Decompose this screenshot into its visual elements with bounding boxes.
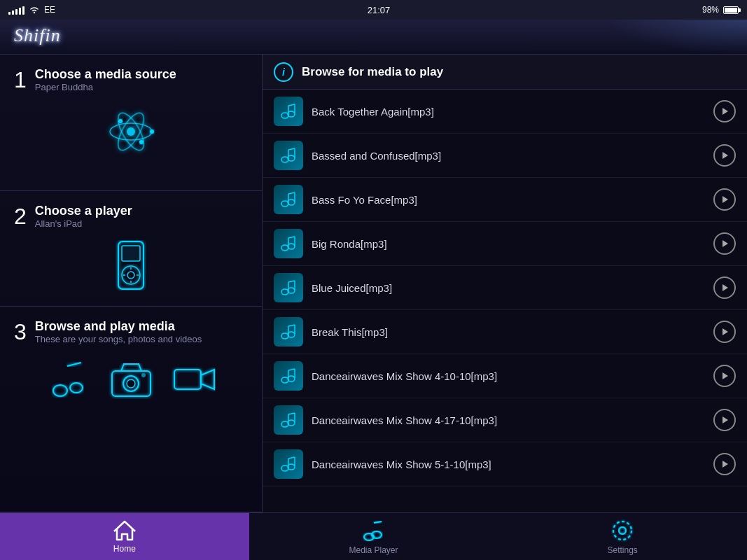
song-item[interactable]: Danceairwaves Mix Show 5-1-10[mp3] [263,442,747,486]
song-thumb [274,273,303,302]
step-2-header: 2 Choose a player Allan's iPad [14,204,132,229]
song-item[interactable]: Danceairwaves Mix Show 4-10-10[mp3] [263,354,747,398]
svg-line-47 [288,237,295,238]
play-icon [720,459,729,469]
right-panel: i Browse for media to play Back Together… [263,55,747,512]
nav-media-player[interactable]: Media Player [249,513,498,560]
main-layout: 1 Choose a media source Paper Buddha [0,55,747,512]
play-button[interactable] [713,232,736,255]
ipod-icon [113,240,149,290]
settings-icon [610,519,634,542]
music-note-small [281,368,296,384]
svg-marker-56 [722,284,728,291]
step-2-section[interactable]: 2 Choose a player Allan's iPad [0,191,262,307]
music-note-icon [46,356,92,401]
play-button[interactable] [713,188,736,211]
play-icon [720,283,729,293]
camera-icon [109,356,154,401]
svg-point-23 [127,379,135,388]
app-logo: Shifin [11,22,74,52]
play-icon [720,106,729,116]
svg-point-1 [127,127,135,136]
status-bar: EE 21:07 98% [0,0,747,20]
nav-home[interactable]: Home [0,513,249,560]
music-note-small [281,104,296,119]
svg-line-65 [288,369,295,370]
step-3-info: Browse and play media These are your son… [35,319,202,344]
svg-line-77 [288,457,295,458]
song-item[interactable]: Break This[mp3] [263,310,747,354]
step-1-title: Choose a media source [35,67,176,82]
play-icon [720,239,729,248]
song-thumb [274,97,303,126]
play-button[interactable] [713,365,736,387]
clock: 21:07 [368,5,391,15]
svg-line-29 [288,104,295,106]
svg-point-16 [53,385,67,396]
song-list: Back Together Again[mp3] [263,90,747,512]
play-button[interactable] [713,409,736,431]
play-button[interactable] [713,453,736,475]
svg-marker-74 [722,416,728,424]
play-button[interactable] [713,144,736,167]
svg-point-87 [613,522,631,540]
song-thumb [274,141,303,170]
music-note-small [281,148,296,163]
music-note-small [281,236,296,251]
svg-line-35 [288,148,295,150]
svg-point-6 [118,119,123,123]
svg-point-5 [150,130,154,134]
song-item[interactable]: Danceairwaves Mix Show 4-17-10[mp3] [263,398,747,442]
nav-settings[interactable]: Settings [498,513,747,560]
step-1-subtitle: Paper Buddha [35,82,176,92]
step-1-number: 1 [14,69,27,91]
svg-line-18 [67,363,81,366]
svg-marker-26 [201,370,214,389]
play-icon [720,327,729,337]
music-note-small [281,324,296,340]
svg-point-7 [139,140,144,144]
battery-percent: 98% [702,5,719,15]
svg-line-41 [288,192,295,194]
battery-icon [723,6,739,14]
song-name: Bass Fo Yo Face[mp3] [312,194,705,206]
browse-title: Browse for media to play [302,65,443,79]
step-2-number: 2 [14,205,27,227]
play-button[interactable] [713,321,736,343]
play-icon [720,195,729,204]
song-thumb [274,361,303,391]
song-item[interactable]: Big Ronda[mp3] [263,222,747,266]
play-button[interactable] [713,276,736,299]
svg-marker-80 [722,461,728,468]
wifi-icon [29,6,40,14]
svg-line-71 [288,413,295,414]
left-panel: 1 Choose a media source Paper Buddha [0,55,263,512]
svg-marker-62 [722,328,728,335]
svg-marker-38 [722,152,728,159]
step-3-title: Browse and play media [35,319,202,334]
song-thumb [274,229,303,258]
step-1-header: 1 Choose a media source Paper Buddha [14,67,176,92]
song-item[interactable]: Back Together Again[mp3] [263,90,747,134]
svg-point-11 [127,272,134,279]
song-item[interactable]: Bass Fo Yo Face[mp3] [263,178,747,222]
nav-home-label: Home [113,544,136,554]
step-2-info: Choose a player Allan's iPad [35,204,132,229]
music-note-small [281,456,296,472]
music-note-small [281,280,296,295]
song-item[interactable]: Bassed and Confused[mp3] [263,134,747,178]
browse-header: i Browse for media to play [263,55,747,90]
info-icon: i [274,62,293,82]
atom-icon [103,104,159,160]
signal-icon [8,5,25,15]
svg-point-24 [141,373,146,377]
song-item[interactable]: Blue Juiced[mp3] [263,266,747,310]
song-thumb [274,449,303,479]
svg-marker-44 [722,196,728,203]
play-button[interactable] [713,100,736,122]
step-3-section[interactable]: 3 Browse and play media These are your s… [0,307,262,512]
svg-line-59 [288,325,295,326]
song-name: Danceairwaves Mix Show 4-17-10[mp3] [312,414,705,426]
svg-marker-32 [722,108,728,115]
step-1-section[interactable]: 1 Choose a media source Paper Buddha [0,55,262,191]
